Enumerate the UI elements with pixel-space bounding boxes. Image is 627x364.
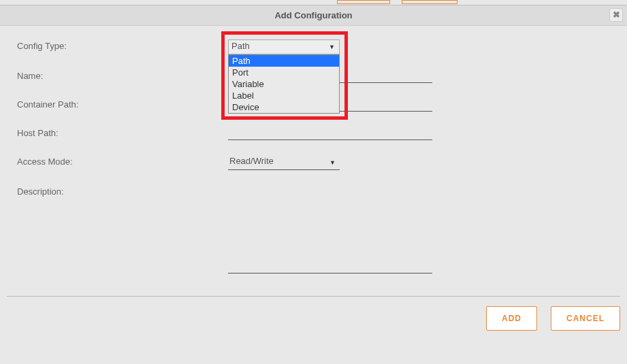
dropdown-option-label[interactable]: Label <box>229 90 339 101</box>
field-access-mode: Read/Write ▼ <box>228 155 432 170</box>
label-host-path: Host Path: <box>17 127 228 138</box>
chevron-down-icon: ▼ <box>329 159 336 166</box>
row-description: Description: <box>17 185 610 276</box>
add-configuration-dialog: Add Configuration ✖ Config Type: Path ▼ … <box>0 5 627 340</box>
row-config-type: Config Type: Path ▼ Path Port Variable L… <box>17 39 610 54</box>
dialog-title: Add Configuration <box>274 10 352 20</box>
field-description <box>228 185 432 276</box>
access-mode-select[interactable]: Read/Write ▼ <box>228 155 340 170</box>
close-button[interactable]: ✖ <box>609 8 623 22</box>
close-icon: ✖ <box>613 10 620 20</box>
label-config-type: Config Type: <box>17 39 228 51</box>
label-access-mode: Access Mode: <box>17 155 228 167</box>
dropdown-option-port[interactable]: Port <box>229 67 339 78</box>
add-button[interactable]: ADD <box>486 306 537 331</box>
description-textarea[interactable] <box>228 185 432 274</box>
row-host-path: Host Path: <box>17 127 610 140</box>
config-type-dropdown: Path Port Variable Label Device <box>228 54 340 114</box>
label-container-path: Container Path: <box>17 98 228 110</box>
dropdown-option-path[interactable]: Path <box>229 55 339 67</box>
config-type-selected: Path <box>231 41 250 51</box>
field-host-path <box>228 127 432 140</box>
config-type-select[interactable]: Path ▼ <box>228 39 340 54</box>
dropdown-option-device[interactable]: Device <box>229 101 339 113</box>
top-button-outline-1 <box>337 0 390 4</box>
dialog-header: Add Configuration ✖ <box>0 5 627 26</box>
dropdown-option-variable[interactable]: Variable <box>229 78 339 90</box>
host-path-input[interactable] <box>228 127 432 140</box>
label-description: Description: <box>17 185 228 197</box>
top-strip <box>0 0 627 5</box>
dialog-body: Config Type: Path ▼ Path Port Variable L… <box>0 26 627 276</box>
chevron-down-icon: ▼ <box>329 44 335 50</box>
top-button-outline-2 <box>402 0 457 4</box>
label-name: Name: <box>17 69 228 81</box>
field-config-type: Path ▼ Path Port Variable Label Device <box>228 39 432 54</box>
access-mode-selected: Read/Write <box>229 156 274 166</box>
dialog-footer: ADD CANCEL <box>7 296 620 340</box>
cancel-button[interactable]: CANCEL <box>551 306 620 331</box>
row-access-mode: Access Mode: Read/Write ▼ <box>17 155 610 170</box>
